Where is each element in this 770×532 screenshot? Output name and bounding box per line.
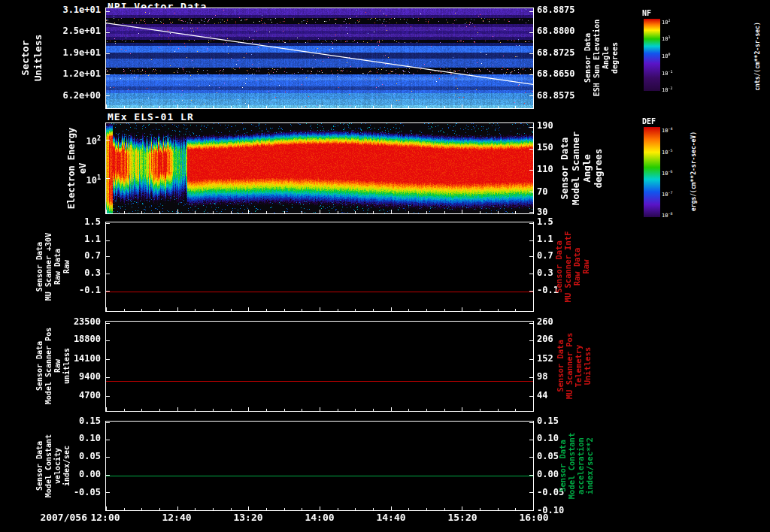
axis-label-line: Sensor Data bbox=[556, 333, 565, 400]
x-tick-mark bbox=[355, 309, 356, 311]
x-tick-mark bbox=[426, 106, 427, 108]
y-tick-mark bbox=[529, 340, 533, 341]
axis-label-line: index/sec bbox=[62, 434, 71, 497]
x-tick-mark bbox=[248, 506, 249, 510]
axis-label-line: degrees bbox=[611, 20, 620, 96]
x-tick-mark bbox=[320, 307, 320, 311]
y-tick-mark bbox=[106, 95, 110, 96]
x-tick-mark bbox=[195, 309, 196, 311]
axis-label-line: acceleration bbox=[576, 433, 585, 500]
x-tick-mark bbox=[141, 409, 142, 411]
x-tick-mark bbox=[515, 508, 516, 510]
x-tick-mark bbox=[231, 211, 232, 213]
x-tick-mark bbox=[480, 409, 480, 411]
x-tick-mark bbox=[124, 309, 125, 311]
els-spectrogram-canvas bbox=[106, 123, 533, 213]
x-tick-mark bbox=[480, 106, 480, 108]
y-tick-mark bbox=[529, 11, 533, 12]
x-tick-mark bbox=[106, 307, 107, 311]
x-tick-mark bbox=[124, 409, 125, 411]
x-axis-label: 14:00 bbox=[284, 512, 355, 523]
colorbar-tick-label: 102 bbox=[662, 18, 670, 26]
panel-title-els: MEx ELS-01 LR bbox=[108, 111, 194, 122]
panel-4-line bbox=[105, 421, 534, 511]
constant-value-line bbox=[106, 476, 533, 476]
x-tick-mark bbox=[213, 211, 214, 213]
right-axis-label-panel-4: Sensor DataModel Constantaccelerationind… bbox=[558, 433, 594, 500]
x-tick-mark bbox=[141, 106, 142, 108]
x-tick-mark bbox=[266, 211, 267, 213]
x-tick-mark bbox=[177, 104, 178, 108]
y-tick-mark bbox=[106, 457, 110, 458]
x-tick-mark bbox=[266, 409, 267, 411]
y-tick-mark bbox=[106, 440, 110, 440]
x-tick-mark bbox=[444, 106, 445, 108]
y-tick-mark bbox=[529, 223, 533, 224]
axis-label-line: Raw bbox=[581, 231, 590, 303]
x-axis-label: 16:00 bbox=[499, 512, 569, 523]
x-tick-mark bbox=[498, 211, 499, 213]
y-tick-mark bbox=[106, 140, 110, 141]
def-colorbar-title: DEF bbox=[642, 117, 656, 125]
x-tick-mark bbox=[177, 210, 178, 213]
x-tick-mark bbox=[124, 508, 125, 510]
axis-label-line: Sensor Data bbox=[559, 131, 570, 205]
y-tick-label: 190 bbox=[537, 121, 582, 131]
y-tick-label: 0.15 bbox=[0, 416, 101, 426]
x-tick-mark bbox=[195, 106, 196, 108]
y-tick-mark bbox=[529, 274, 533, 274]
x-tick-mark bbox=[444, 409, 445, 411]
x-tick-mark bbox=[480, 309, 480, 311]
constant-value-line bbox=[106, 292, 533, 292]
x-tick-mark bbox=[408, 309, 409, 311]
axis-label-line: degrees bbox=[593, 131, 604, 205]
x-tick-mark bbox=[408, 508, 409, 510]
x-tick-mark bbox=[462, 307, 462, 311]
x-tick-mark bbox=[284, 309, 285, 311]
x-tick-mark bbox=[141, 211, 142, 213]
x-tick-mark bbox=[426, 409, 427, 411]
panel-3-line bbox=[105, 321, 534, 412]
y-tick-label: 68.8575 bbox=[537, 91, 582, 101]
x-tick-mark bbox=[391, 210, 392, 213]
x-tick-mark bbox=[320, 104, 320, 108]
y-tick-mark bbox=[529, 323, 533, 324]
x-axis-label: 12:40 bbox=[141, 512, 212, 523]
axis-label-line: Sector bbox=[19, 35, 32, 82]
axis-label-line: Raw Data bbox=[572, 231, 581, 303]
x-tick-mark bbox=[355, 106, 356, 108]
axis-label-line: Sensor Data bbox=[35, 434, 44, 497]
y-tick-mark bbox=[529, 74, 533, 75]
axis-label-line: Model Constant bbox=[44, 434, 53, 497]
axis-label-line: Angle bbox=[602, 20, 611, 96]
axis-label-line: Model Constant bbox=[567, 433, 576, 500]
x-tick-mark bbox=[248, 210, 249, 213]
y-tick-mark bbox=[529, 127, 533, 128]
x-tick-mark bbox=[444, 309, 445, 311]
nf-colorbar bbox=[644, 19, 660, 91]
axis-label-line: MU Scanner +30V bbox=[44, 233, 53, 301]
x-tick-mark bbox=[231, 106, 232, 108]
left-axis-label-panel-0: SectorUnitless bbox=[19, 35, 44, 82]
y-tick-mark bbox=[106, 475, 110, 476]
y-tick-mark bbox=[106, 74, 110, 75]
axis-label-line: Sensor Data bbox=[558, 433, 567, 500]
x-tick-mark bbox=[302, 508, 302, 510]
x-tick-mark bbox=[498, 409, 499, 411]
x-tick-mark bbox=[533, 307, 534, 311]
x-tick-mark bbox=[462, 104, 462, 108]
x-tick-mark bbox=[266, 508, 267, 510]
x-tick-mark bbox=[106, 506, 107, 510]
x-tick-mark bbox=[284, 409, 285, 411]
x-axis-label: 14:40 bbox=[356, 512, 426, 523]
x-tick-mark bbox=[462, 407, 462, 411]
y-tick-label: 23500 bbox=[0, 317, 101, 327]
y-tick-mark bbox=[529, 492, 533, 493]
x-tick-mark bbox=[462, 210, 462, 213]
colorbar-tick-label: 10-7 bbox=[662, 190, 672, 198]
axis-label-line: Telemetry bbox=[574, 333, 583, 400]
x-tick-mark bbox=[408, 409, 409, 411]
x-tick-mark bbox=[373, 106, 374, 108]
x-tick-mark bbox=[498, 309, 499, 311]
x-tick-mark bbox=[408, 106, 409, 108]
